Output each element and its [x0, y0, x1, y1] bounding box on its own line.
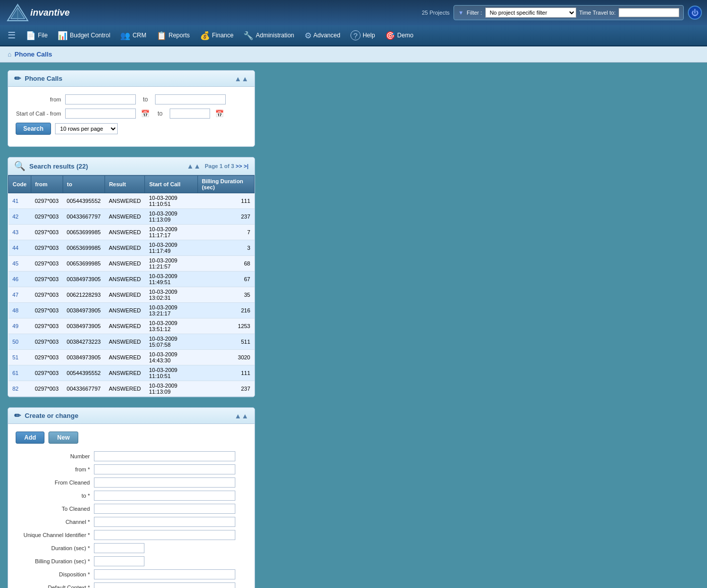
search-pencil-icon: ✏: [14, 74, 21, 83]
start-of-call-to-cal-btn[interactable]: 📅: [214, 110, 225, 118]
create-panel-body: Add New Numberfrom *From Cleanedto *To C…: [8, 424, 255, 588]
results-collapse-btn[interactable]: ▲▲: [187, 162, 201, 170]
nav-advanced-label: Advanced: [314, 32, 340, 39]
rows-per-page-select[interactable]: 10 rows per page 25 rows per page 50 row…: [55, 123, 118, 134]
add-button[interactable]: Add: [16, 432, 44, 444]
create-field-input[interactable]: [94, 569, 235, 579]
cell-from: 0297*003: [31, 240, 63, 256]
cell-result: ANSWERED: [105, 193, 145, 209]
file-icon: 📄: [26, 31, 36, 40]
create-field-input[interactable]: [94, 504, 235, 514]
cell-billing-duration: 35: [197, 287, 254, 303]
breadcrumb: ⌂ Phone Calls: [0, 46, 707, 63]
cell-from: 0297*003: [31, 256, 63, 272]
create-field-input[interactable]: [94, 543, 144, 553]
table-row: 48 0297*003 00384973905 ANSWERED 10-03-2…: [9, 303, 255, 318]
cell-billing-duration: 1253: [197, 318, 254, 334]
code-link[interactable]: 49: [13, 323, 19, 329]
nav-demo-label: Demo: [397, 32, 414, 39]
create-field-row: From Cleaned: [16, 477, 247, 488]
create-field-row: Billing Duration (sec) *: [16, 556, 247, 566]
power-button[interactable]: ⏻: [688, 6, 702, 20]
nav-administration[interactable]: 🔧 Administration: [238, 29, 299, 42]
from-input[interactable]: [65, 94, 136, 104]
cell-to: 00653699985: [63, 240, 105, 256]
next-page-btn[interactable]: >>: [236, 163, 242, 169]
nav-budget-control[interactable]: 📊 Budget Control: [53, 29, 115, 42]
table-row: 41 0297*003 00544395552 ANSWERED 10-03-2…: [9, 193, 255, 209]
nav-file[interactable]: 📄 File: [21, 29, 53, 42]
create-field-label: Channel *: [16, 519, 94, 525]
create-collapse-btn[interactable]: ▲▲: [234, 412, 248, 420]
start-of-call-row: Start of Call - from 📅 to 📅: [16, 109, 247, 119]
code-link[interactable]: 42: [13, 213, 19, 220]
nav-reports[interactable]: 📋 Reports: [152, 29, 195, 42]
create-field-input[interactable]: [94, 530, 235, 540]
nav-advanced[interactable]: ⚙ Advanced: [299, 29, 345, 42]
time-travel-input[interactable]: [619, 8, 679, 17]
cell-from: 0297*003: [31, 209, 63, 225]
nav-crm[interactable]: 👥 CRM: [115, 29, 151, 42]
create-field-input[interactable]: [94, 582, 235, 588]
start-of-call-to-input[interactable]: [170, 109, 210, 119]
cell-start-of-call: 10-03-2009 13:21:17: [145, 303, 197, 318]
cell-start-of-call: 10-03-2009 11:13:09: [145, 209, 197, 225]
start-of-call-label: Start of Call - from: [16, 111, 61, 117]
search-panel-title: Phone Calls: [25, 75, 62, 82]
create-field-input[interactable]: [94, 556, 144, 566]
code-link[interactable]: 61: [13, 370, 19, 376]
create-field-input[interactable]: [94, 451, 235, 461]
cell-code: 82: [9, 381, 31, 397]
code-link[interactable]: 82: [13, 386, 19, 392]
cell-start-of-call: 10-03-2009 11:10:51: [145, 193, 197, 209]
results-panel: 🔍 Search results (22) ▲▲ Page 1 of 3 >> …: [8, 157, 255, 397]
nav-finance[interactable]: 💰 Finance: [195, 29, 239, 42]
code-link[interactable]: 47: [13, 292, 19, 298]
nav-help[interactable]: ? Help: [345, 28, 380, 42]
nav-bar: ☰ 📄 File 📊 Budget Control 👥 CRM 📋 Report…: [0, 25, 707, 46]
search-action-row: Search 10 rows per page 25 rows per page…: [16, 123, 247, 135]
breadcrumb-title: Phone Calls: [15, 50, 52, 58]
cell-result: ANSWERED: [105, 350, 145, 365]
create-field-input[interactable]: [94, 517, 235, 527]
from-label: from: [16, 96, 61, 102]
cell-start-of-call: 10-03-2009 11:49:51: [145, 272, 197, 287]
project-filter-select[interactable]: No project specific filter: [485, 8, 576, 18]
cell-from: 0297*003: [31, 193, 63, 209]
code-link[interactable]: 43: [13, 229, 19, 235]
last-page-btn[interactable]: >|: [243, 163, 248, 169]
create-field-input[interactable]: [94, 464, 235, 474]
nav-hamburger[interactable]: ☰: [3, 28, 21, 43]
start-of-call-from-input[interactable]: [65, 109, 136, 119]
create-field-input[interactable]: [94, 491, 235, 501]
code-link[interactable]: 48: [13, 307, 19, 313]
create-field-label: From Cleaned: [16, 479, 94, 486]
search-button[interactable]: Search: [16, 123, 51, 135]
code-link[interactable]: 45: [13, 260, 19, 266]
projects-count: 25 Projects: [422, 10, 449, 16]
results-search-icon: 🔍: [14, 161, 25, 172]
to-input[interactable]: [155, 94, 226, 104]
nav-demo[interactable]: 🎯 Demo: [380, 29, 419, 42]
cell-from: 0297*003: [31, 350, 63, 365]
cell-from: 0297*003: [31, 303, 63, 318]
from-to-row: from to: [16, 94, 247, 104]
cell-code: 45: [9, 256, 31, 272]
search-collapse-btn[interactable]: ▲▲: [234, 75, 248, 83]
filter-icon: ▼: [458, 10, 464, 16]
code-link[interactable]: 44: [13, 245, 19, 251]
create-field-row: To Cleaned: [16, 504, 247, 514]
cell-result: ANSWERED: [105, 334, 145, 350]
projects-info: 25 Projects: [422, 10, 449, 16]
code-link[interactable]: 51: [13, 354, 19, 360]
create-field-input[interactable]: [94, 477, 235, 488]
cell-result: ANSWERED: [105, 240, 145, 256]
code-link[interactable]: 46: [13, 276, 19, 282]
start-of-call-from-cal-btn[interactable]: 📅: [140, 110, 150, 118]
new-button[interactable]: New: [48, 432, 78, 444]
cell-result: ANSWERED: [105, 209, 145, 225]
code-link[interactable]: 41: [13, 198, 19, 204]
cell-start-of-call: 10-03-2009 11:17:49: [145, 240, 197, 256]
cell-billing-duration: 237: [197, 381, 254, 397]
code-link[interactable]: 50: [13, 339, 19, 345]
